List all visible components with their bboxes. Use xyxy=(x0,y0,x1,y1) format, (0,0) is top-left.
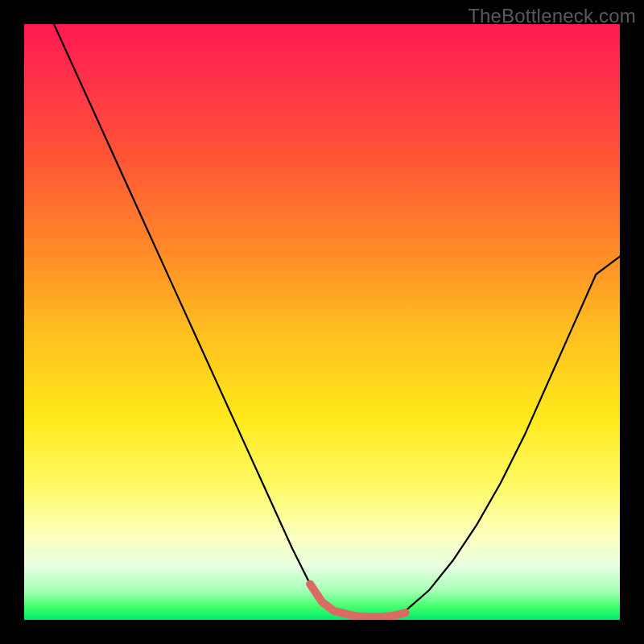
watermark-text: TheBottleneck.com xyxy=(468,5,636,27)
valley-highlight xyxy=(310,584,405,617)
right-curve xyxy=(406,257,620,613)
chart-frame: TheBottleneck.com xyxy=(0,0,644,644)
left-curve xyxy=(54,24,406,617)
curve-layer xyxy=(24,24,620,620)
plot-area xyxy=(24,24,620,620)
